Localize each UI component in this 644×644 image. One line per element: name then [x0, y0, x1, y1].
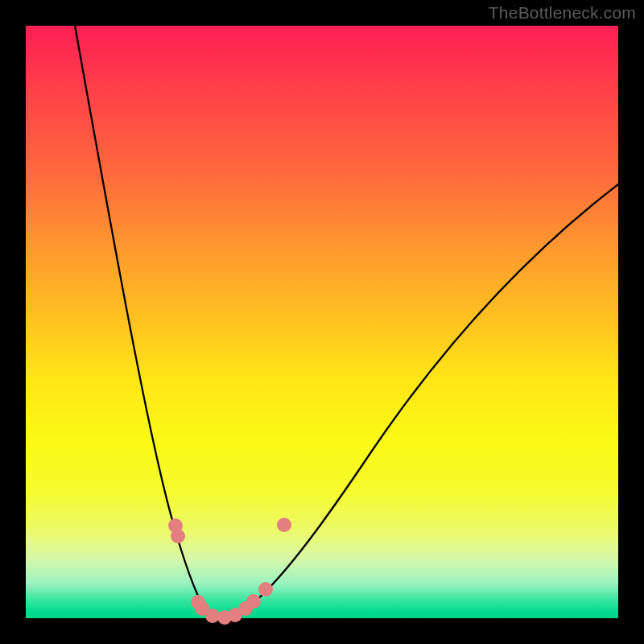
curve-left [74, 21, 219, 618]
chart-svg [26, 26, 618, 618]
chart-frame: TheBottleneck.com [0, 0, 644, 644]
marker-point [258, 582, 273, 597]
marker-point [277, 518, 291, 532]
curve-right [219, 182, 621, 618]
marker-point [246, 594, 261, 609]
watermark-text: TheBottleneck.com [489, 3, 636, 23]
plot-area [26, 26, 618, 618]
marker-point [171, 529, 185, 543]
